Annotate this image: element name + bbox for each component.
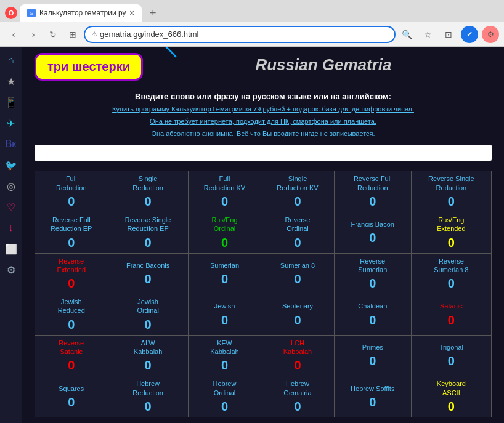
cell-value: 0 — [190, 236, 259, 250]
cell-label: SingleReduction KV — [263, 174, 332, 192]
cell-value: 0 — [413, 313, 489, 328]
sidebar-twitter-icon[interactable]: 🐦 — [2, 156, 20, 174]
table-cell: FullReduction KV0 — [188, 171, 261, 212]
cell-value: 0 — [336, 276, 409, 291]
cell-value: 0 — [110, 400, 186, 414]
table-cell: Reverse FullReduction0 — [334, 171, 411, 212]
cell-value: 0 — [37, 358, 106, 373]
cell-label: Rus/EngExtended — [413, 216, 489, 233]
cell-value: 0 — [413, 400, 489, 414]
extensions-button[interactable]: ⚙ — [482, 26, 499, 43]
tab-close-button[interactable]: × — [129, 8, 134, 18]
cell-value: 0 — [110, 358, 186, 373]
table-cell: JewishReduced0 — [35, 294, 108, 336]
cell-value: 0 — [336, 354, 409, 368]
cell-value: 0 — [263, 195, 332, 209]
address-bar[interactable]: ⚠ gematria.gg/index_666.html — [84, 26, 396, 43]
browser-icon: O — [5, 7, 17, 19]
cell-label: ReverseSumerian — [336, 257, 409, 275]
promo-label: три шестерки — [47, 60, 130, 73]
cell-label: HebrewGematria — [263, 379, 332, 397]
cell-value: 0 — [190, 313, 259, 328]
cell-value: 0 — [263, 313, 332, 328]
cell-label: HebrewOrdinal — [190, 379, 259, 397]
table-cell: Satanic0 — [411, 294, 491, 336]
cell-label: Reverse FullReduction — [336, 174, 409, 192]
table-cell: SingleReduction0 — [108, 171, 188, 212]
table-cell: LCHKabbalah0 — [261, 335, 335, 376]
url-text: gematria.gg/index_666.html — [100, 30, 198, 39]
forward-button[interactable]: › — [25, 26, 42, 43]
cell-label: ReverseExtended — [37, 257, 106, 275]
table-cell: Reverse SingleReduction0 — [411, 171, 491, 212]
sidebar-home-icon[interactable]: ⌂ — [2, 52, 20, 69]
cell-label: LCHKabbalah — [263, 339, 332, 357]
cell-value: 0 — [336, 395, 409, 409]
back-button[interactable]: ‹ — [5, 26, 22, 43]
profile-button[interactable]: ✓ — [461, 26, 478, 43]
cell-value: 0 — [190, 195, 259, 209]
table-cell: Trigonal0 — [411, 335, 491, 376]
table-cell: FullReduction0 — [35, 171, 108, 212]
cell-value: 0 — [336, 195, 409, 209]
active-tab[interactable]: G Калькулятор гематрии русс... × — [20, 4, 142, 22]
cell-label: Francis Bacon — [336, 220, 409, 228]
cell-label: KFWKabbalah — [190, 339, 259, 357]
sidebar-star-icon[interactable]: ★ — [2, 73, 20, 90]
sidebar-download-icon[interactable]: ↓ — [2, 219, 20, 236]
table-cell: Sumerian0 — [188, 253, 261, 294]
cell-label: Chaldean — [336, 302, 409, 310]
cell-value: 0 — [110, 236, 186, 250]
cell-value: 0 — [413, 236, 489, 250]
table-cell: Squares0 — [35, 376, 108, 417]
sidebar: ⌂ ★ 📱 ✈ Вк 🐦 ◎ ♡ ↓ ⬜ ⚙ — [0, 47, 22, 423]
refresh-button[interactable]: ↻ — [44, 26, 62, 43]
sidebar-box-icon[interactable]: ⬜ — [2, 240, 20, 257]
sidebar-heart-icon[interactable]: ♡ — [2, 198, 20, 216]
table-cell: ReverseOrdinal0 — [261, 212, 335, 253]
cell-label: Septenary — [263, 302, 332, 310]
cell-value: 0 — [37, 195, 106, 209]
promo-line2[interactable]: Она не требует интернета, подходит для П… — [35, 116, 492, 128]
promo-links: Купить программу Калькулятор Гематрии за… — [35, 103, 492, 140]
table-cell: Franc Baconis0 — [108, 253, 188, 294]
cell-label: JewishOrdinal — [110, 297, 186, 315]
sidebar-settings-icon[interactable]: ⚙ — [2, 261, 20, 278]
new-tab-button[interactable]: + — [144, 4, 161, 22]
sidebar-telegram-icon[interactable]: ✈ — [2, 115, 20, 132]
table-cell: JewishOrdinal0 — [108, 294, 188, 336]
table-cell: ReverseSumerian0 — [334, 253, 411, 294]
cell-value: 0 — [110, 272, 186, 286]
cell-label: KeyboardASCII — [413, 379, 489, 397]
cell-value: 0 — [263, 236, 332, 250]
table-cell: Chaldean0 — [334, 294, 411, 336]
cell-value: 0 — [37, 276, 106, 291]
cell-value: 0 — [263, 272, 332, 286]
cell-value: 0 — [413, 276, 489, 291]
table-cell: HebrewGematria0 — [261, 376, 335, 417]
lock-icon: ⚠ — [91, 30, 97, 38]
sidebar-vk-icon[interactable]: Вк — [2, 135, 20, 153]
table-cell: HebrewOrdinal0 — [188, 376, 261, 417]
cell-value: 0 — [263, 358, 332, 373]
bookmark-icon[interactable]: ☆ — [419, 26, 436, 43]
cell-label: Jewish — [190, 302, 259, 310]
cell-label: Sumerian — [190, 261, 259, 270]
grid-button[interactable]: ⊞ — [64, 26, 81, 43]
search-icon[interactable]: 🔍 — [398, 26, 415, 43]
table-cell: Hebrew Soffits0 — [334, 376, 411, 417]
sidebar-whatsapp-icon[interactable]: 📱 — [2, 94, 20, 111]
cell-value: 0 — [110, 195, 186, 209]
table-cell: ReverseSatanic0 — [35, 335, 108, 376]
promo-line3[interactable]: Она абсолютно анонимна: Всё что Вы вводи… — [35, 128, 492, 140]
cell-label: Reverse FullReduction EP — [37, 216, 106, 233]
cell-label: ReverseOrdinal — [263, 216, 332, 233]
sidebar-circle-icon[interactable]: ◎ — [2, 177, 20, 195]
promo-line1[interactable]: Купить программу Калькулятор Гематрии за… — [35, 103, 492, 116]
screenshot-icon[interactable]: ⊡ — [440, 26, 457, 43]
page-body: три шестерки Russian Gematria Введите сл… — [22, 47, 504, 423]
table-cell: Francis Bacon0 — [334, 212, 411, 253]
search-input[interactable] — [35, 145, 492, 161]
cell-value: 0 — [37, 236, 106, 250]
table-cell: Rus/EngExtended0 — [411, 212, 491, 253]
